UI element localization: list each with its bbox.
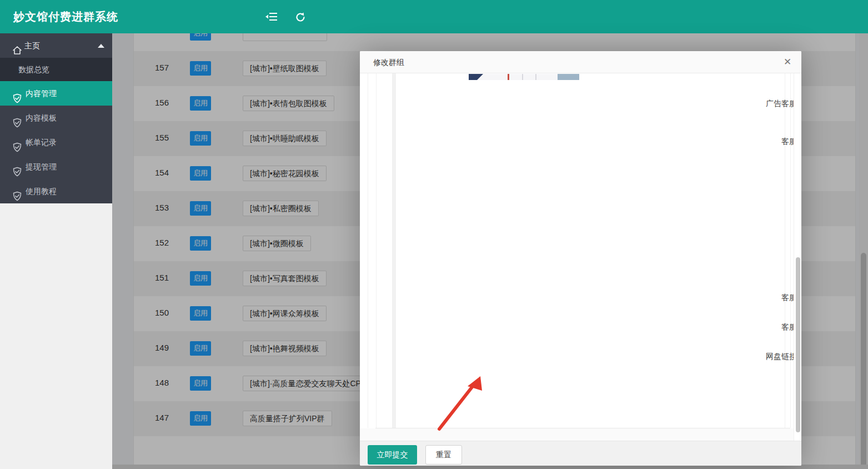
app-header: 妙文馆付费进群系统 — [0, 0, 868, 33]
modal-scrollbar-thumb[interactable] — [796, 257, 800, 432]
sidebar-item-label: 数据总览 — [18, 58, 49, 81]
shield-check-icon — [12, 162, 22, 172]
sidebar-item-label: 帐单记录 — [26, 130, 57, 154]
refresh-icon[interactable] — [295, 12, 307, 22]
inner-panel-gutter-left — [392, 73, 396, 428]
sidebar-item-提现管理[interactable]: 提现管理 — [0, 154, 112, 179]
collapse-menu-icon[interactable] — [265, 12, 278, 22]
inner-panel-border-right-2 — [790, 73, 791, 428]
sidebar-item-label: 内容管理 — [26, 81, 57, 106]
red-arrow-annotation — [427, 365, 493, 437]
qr-photo-clipped-bottom — [469, 73, 579, 80]
app-title: 妙文馆付费进群系统 — [13, 0, 118, 33]
modal-footer: 立即提交 重置 — [360, 441, 801, 466]
shield-check-icon — [12, 186, 22, 196]
sidebar-item-数据总览[interactable]: 数据总览 — [0, 58, 112, 81]
sidebar-menu: 主页数据总览内容管理内容模板帐单记录提现管理使用教程 — [0, 33, 112, 203]
edit-group-modal: 修改群组 ✕ — [360, 51, 801, 466]
app-root: 启用157启用[城市]•壁纸取图模板156启用[城市]•表情包取图模板155启用… — [0, 0, 868, 469]
inner-panel-border-left-1 — [368, 73, 368, 428]
sidebar-item-label: 提现管理 — [26, 154, 57, 179]
close-icon[interactable]: ✕ — [781, 56, 794, 68]
sidebar-item-内容模板[interactable]: 内容模板 — [0, 106, 112, 130]
sidebar-item-主页[interactable]: 主页 — [0, 33, 112, 58]
modal-titlebar: 修改群组 ✕ — [360, 51, 801, 73]
shield-check-icon — [12, 88, 22, 98]
submit-button[interactable]: 立即提交 — [368, 445, 417, 465]
modal-body: 广告客服信息 不显示 显示 客服头像 上传图片 — [360, 73, 801, 441]
sidebar-item-使用教程[interactable]: 使用教程 — [0, 179, 112, 203]
shield-check-icon — [12, 137, 22, 147]
sidebar: 主页数据总览内容管理内容模板帐单记录提现管理使用教程 — [0, 33, 112, 469]
inner-panel-border-right-1 — [785, 73, 785, 428]
shield-check-icon — [12, 113, 22, 123]
sidebar-item-内容管理[interactable]: 内容管理 — [0, 81, 112, 106]
modal-title: 修改群组 — [373, 51, 404, 73]
reset-button[interactable]: 重置 — [425, 445, 462, 465]
inner-panel-border-left-2 — [376, 73, 377, 428]
chevron-up-icon — [98, 44, 104, 48]
sidebar-item-label: 内容模板 — [26, 106, 57, 130]
sidebar-item-label: 使用教程 — [26, 179, 57, 203]
home-icon — [12, 41, 22, 51]
modal-scrollbar[interactable] — [794, 73, 801, 441]
sidebar-item-帐单记录[interactable]: 帐单记录 — [0, 130, 112, 154]
sidebar-item-label: 主页 — [24, 33, 40, 58]
inner-panel-footer-gap — [360, 428, 801, 441]
